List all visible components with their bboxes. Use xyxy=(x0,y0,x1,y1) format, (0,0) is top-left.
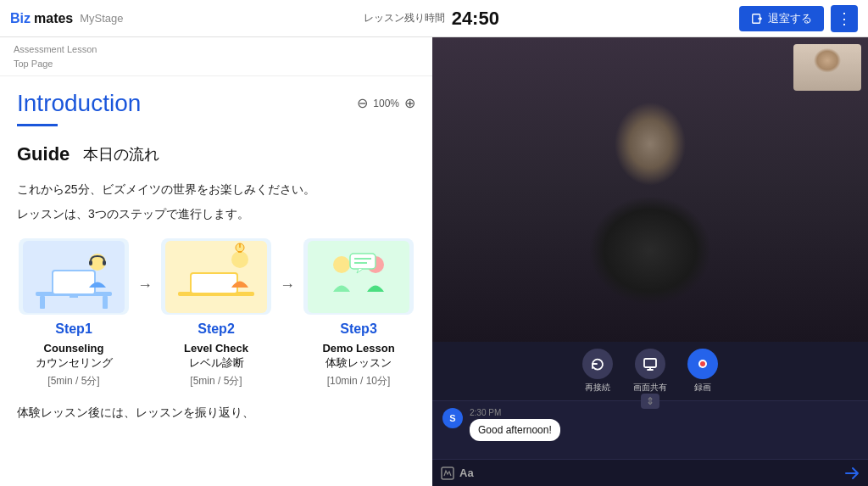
chat-area: S 2:30 PM Good afternoon! xyxy=(432,401,868,486)
zoom-controls: ⊖ 100% ⊕ xyxy=(357,97,415,110)
svg-rect-5 xyxy=(53,271,95,294)
step-1-label: Step1 xyxy=(55,321,92,337)
chat-messages: S 2:30 PM Good afternoon! xyxy=(432,401,868,459)
chat-font-button[interactable]: Aa xyxy=(459,466,474,479)
left-panel: Assessment Lesson Top Page Introduction … xyxy=(0,37,432,486)
brand-stage: MyStage xyxy=(80,12,123,25)
chat-send-button[interactable] xyxy=(844,466,860,481)
reconnect-label: 再接続 xyxy=(585,382,610,394)
record-label: 録画 xyxy=(694,382,711,394)
zoom-level: 100% xyxy=(373,98,399,109)
small-video-inner xyxy=(793,44,861,91)
zoom-in-icon: ⊕ xyxy=(404,96,415,110)
step-3: Step3 Demo Lesson 体験レッスン [10min / 10分] xyxy=(302,238,415,388)
step-1-name-en: Counseling xyxy=(44,342,104,356)
svg-rect-6 xyxy=(70,294,78,298)
chat-text-input[interactable] xyxy=(481,465,837,481)
brand-mates: mates xyxy=(34,11,73,26)
screenshare-button[interactable]: 画面共有 xyxy=(633,349,667,394)
header-center: レッスン残り時間 24:50 xyxy=(364,8,499,30)
step-3-name-en: Demo Lesson xyxy=(322,342,394,356)
brand-logo: Bizmates MyStage xyxy=(10,11,124,26)
svg-point-14 xyxy=(231,251,248,268)
svg-point-17 xyxy=(333,256,350,273)
step-3-name-jp: 体験レッスン xyxy=(326,356,392,371)
svg-rect-4 xyxy=(103,296,108,309)
svg-point-24 xyxy=(700,361,705,366)
step-3-image xyxy=(303,238,414,315)
step-1-name-jp: カウンセリング xyxy=(36,356,113,371)
chat-format-icon xyxy=(441,466,454,480)
step-3-label: Step3 xyxy=(340,321,377,337)
step-2-name-en: Level Check xyxy=(184,342,248,356)
divider-handle[interactable]: ⇕ xyxy=(641,394,659,409)
step-2-image xyxy=(161,238,271,315)
arrow-2: → xyxy=(280,277,295,294)
chat-input-bar: Aa xyxy=(432,459,868,486)
svg-rect-9 xyxy=(103,260,106,265)
svg-rect-12 xyxy=(191,273,237,293)
header-right: 退室する ⋮ xyxy=(739,5,858,32)
step-2-name-jp: レベル診断 xyxy=(189,356,244,371)
zoom-out-icon: ⊖ xyxy=(357,96,368,110)
leave-button-label: 退室する xyxy=(768,11,812,26)
brand-biz: Biz xyxy=(10,11,31,26)
chat-message-text: Good afternoon! xyxy=(478,424,552,436)
bottom-text: 体験レッスン後には、レッスンを振り返り、 xyxy=(17,402,415,423)
chat-font-icon: Aa xyxy=(459,466,474,479)
screenshare-icon xyxy=(635,349,665,379)
step-2-label: Step2 xyxy=(198,321,235,337)
svg-rect-13 xyxy=(186,293,242,296)
more-button[interactable]: ⋮ xyxy=(831,5,858,32)
arrow-1: → xyxy=(137,277,153,294)
timer-label: レッスン残り時間 xyxy=(364,11,445,25)
leave-icon xyxy=(751,13,763,25)
breadcrumb-line2: Top Page xyxy=(14,57,419,71)
svg-rect-19 xyxy=(350,254,376,269)
page-title: Introduction xyxy=(17,90,141,117)
step-1-time: [5min / 5分] xyxy=(47,374,99,388)
svg-rect-8 xyxy=(89,260,92,265)
chat-format-button[interactable] xyxy=(441,466,454,480)
record-button[interactable]: 録画 xyxy=(687,349,718,394)
video-controls-bar: 再接続 画面共有 録画 xyxy=(432,342,868,400)
reconnect-icon xyxy=(582,349,613,379)
panel-divider: ⇕ xyxy=(432,400,868,401)
steps-container: Step1 Counseling カウンセリング [5min / 5分] → xyxy=(17,238,415,388)
body-text-1: これから25分、ビズメイツの世界をお楽しみください。 xyxy=(17,179,415,200)
reconnect-button[interactable]: 再接続 xyxy=(582,349,613,394)
timer-value: 24:50 xyxy=(452,8,499,30)
chat-avatar: S xyxy=(442,408,463,428)
step-1-image xyxy=(19,238,129,315)
screenshare-label: 画面共有 xyxy=(633,382,667,394)
step-2-time: [5min / 5分] xyxy=(190,374,242,388)
main-layout: Assessment Lesson Top Page Introduction … xyxy=(0,37,868,486)
avatar-initial: S xyxy=(449,413,455,423)
chat-time: 2:30 PM xyxy=(470,408,560,417)
header-left: Bizmates MyStage xyxy=(10,11,124,26)
zoom-in-button[interactable]: ⊕ xyxy=(404,97,415,110)
chat-bubble-wrap: 2:30 PM Good afternoon! xyxy=(470,408,560,441)
content-header: Introduction ⊖ 100% ⊕ xyxy=(17,90,415,117)
step-1: Step1 Counseling カウンセリング [5min / 5分] xyxy=(17,238,131,388)
title-divider xyxy=(17,124,58,126)
svg-rect-22 xyxy=(644,359,656,367)
body-text-2: レッスンは、3つのステップで進行します。 xyxy=(17,204,415,225)
chat-send-icon xyxy=(844,466,860,481)
chat-input-left: Aa xyxy=(441,466,474,480)
guide-label: Guide xyxy=(17,143,70,165)
chat-message-row: S 2:30 PM Good afternoon! xyxy=(442,408,858,441)
content-area: Introduction ⊖ 100% ⊕ Guide 本日の流れ これから25… xyxy=(0,76,432,486)
leave-button[interactable]: 退室する xyxy=(739,6,824,31)
step-2: Step2 Level Check レベル診断 [5min / 5分] xyxy=(159,238,273,388)
svg-rect-16 xyxy=(308,241,409,313)
breadcrumb-line1: Assessment Lesson xyxy=(14,42,419,57)
breadcrumb: Assessment Lesson Top Page xyxy=(0,37,432,76)
chat-bubble: Good afternoon! xyxy=(470,419,560,441)
guide-subtitle: 本日の流れ xyxy=(83,144,159,165)
zoom-out-button[interactable]: ⊖ xyxy=(357,97,368,110)
record-icon xyxy=(687,349,718,379)
guide-row: Guide 本日の流れ xyxy=(17,143,415,165)
step-3-time: [10min / 10分] xyxy=(327,374,391,388)
header: Bizmates MyStage レッスン残り時間 24:50 退室する ⋮ xyxy=(0,0,868,37)
